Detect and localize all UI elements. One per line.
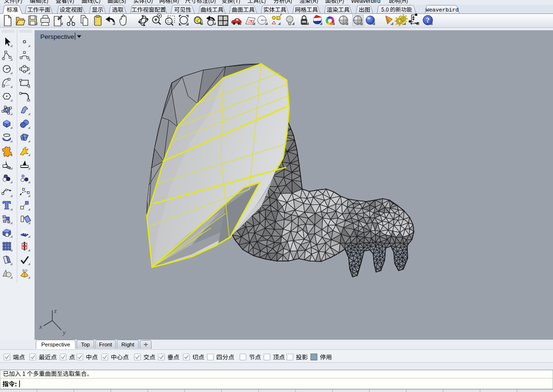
svg-text:Weaverbird: Weaverbird [425, 7, 459, 13]
svg-text:z: z [54, 307, 57, 314]
svg-text:?: ? [426, 16, 430, 24]
svg-text:Perspective: Perspective [41, 342, 70, 347]
svg-text:Perspective: Perspective [40, 33, 74, 40]
svg-text:y: y [62, 329, 66, 336]
svg-text:Weaverbird: Weaverbird [351, 0, 380, 4]
svg-text:Front: Front [99, 342, 113, 347]
svg-text:x: x [39, 323, 42, 330]
svg-text:Top: Top [81, 342, 90, 347]
svg-text:Right: Right [121, 342, 135, 347]
